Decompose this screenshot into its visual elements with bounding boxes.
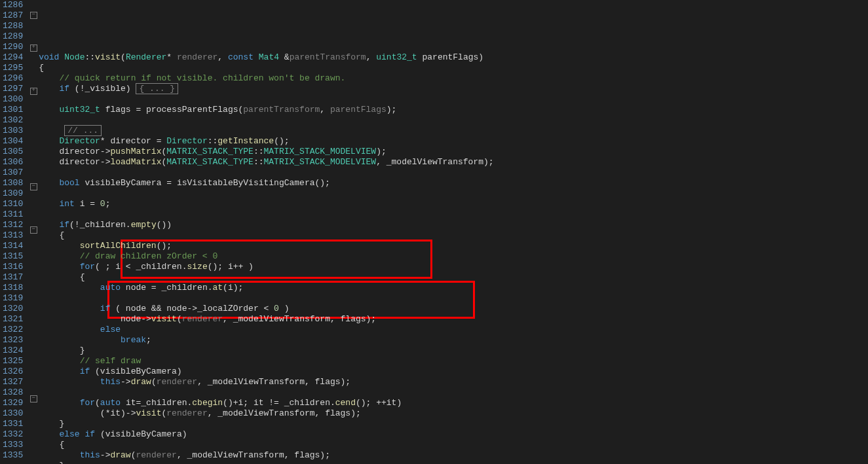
fold-toggle[interactable] (28, 268, 39, 279)
code-line[interactable]: if (visibleByCamera) (39, 366, 868, 377)
fold-toggle[interactable] (28, 98, 39, 109)
fold-toggle[interactable]: + (28, 45, 39, 55)
code-line[interactable]: for( ; i < _children.size(); i++ ) (39, 262, 868, 272)
fold-toggle[interactable]: − (28, 226, 39, 237)
fold-toggle[interactable] (28, 247, 39, 258)
line-number: 1306 (3, 157, 23, 168)
fold-toggle[interactable] (28, 373, 39, 384)
code-line[interactable]: director->loadMatrix(MATRIX_STACK_TYPE::… (39, 157, 868, 168)
code-line[interactable] (39, 293, 868, 304)
code-line[interactable]: int i = 0; (39, 199, 868, 209)
fold-gutter[interactable]: −++−−− (28, 0, 39, 464)
code-line[interactable]: node->visit(renderer, _modelViewTransfor… (39, 314, 868, 325)
code-line[interactable] (39, 42, 868, 52)
fold-toggle[interactable] (28, 55, 39, 65)
code-line[interactable]: // self draw (39, 356, 868, 366)
code-line[interactable] (39, 387, 868, 398)
fold-toggle[interactable]: − (28, 395, 39, 406)
code-line[interactable]: auto node = _children.at(i); (39, 283, 868, 293)
line-number-gutter: 1286128712881289129012941295129612971300… (0, 0, 28, 464)
fold-toggle[interactable] (28, 237, 39, 247)
line-number: 1317 (3, 272, 23, 283)
fold-toggle[interactable] (28, 215, 39, 225)
fold-toggle[interactable] (28, 331, 39, 342)
code-line[interactable]: break; (39, 335, 868, 346)
fold-toggle[interactable] (28, 427, 39, 437)
fold-toggle[interactable] (28, 352, 39, 363)
code-line[interactable] (39, 115, 868, 126)
fold-toggle[interactable] (28, 171, 39, 182)
fold-toggle[interactable]: + (28, 88, 39, 98)
line-number: 1330 (3, 408, 23, 419)
code-line[interactable]: if (!_visible) { ... } (39, 84, 868, 94)
code-line[interactable]: if(!_children.empty()) (39, 220, 868, 230)
line-number: 1303 (3, 126, 23, 136)
fold-toggle[interactable] (28, 140, 39, 151)
line-number: 1294 (3, 52, 23, 63)
fold-toggle[interactable] (28, 161, 39, 171)
fold-toggle[interactable] (28, 310, 39, 321)
code-line[interactable]: else (39, 325, 868, 335)
code-editor[interactable]: 1286128712881289129012941295129612971300… (0, 0, 868, 464)
code-line[interactable]: { (39, 230, 868, 241)
fold-toggle[interactable] (28, 204, 39, 215)
fold-toggle[interactable] (28, 109, 39, 119)
line-number: 1296 (3, 73, 23, 84)
code-line[interactable]: this->draw(renderer, _modelViewTransform… (39, 450, 868, 461)
fold-toggle[interactable] (28, 119, 39, 130)
fold-toggle[interactable] (28, 448, 39, 458)
fold-toggle[interactable] (28, 458, 39, 464)
line-number: 1329 (3, 398, 23, 408)
fold-toggle[interactable] (28, 65, 39, 76)
code-line[interactable]: director->pushMatrix(MATRIX_STACK_TYPE::… (39, 147, 868, 157)
code-line[interactable]: uint32_t flags = processParentFlags(pare… (39, 105, 868, 115)
code-line[interactable]: { (39, 272, 868, 283)
fold-toggle[interactable] (28, 258, 39, 268)
code-line[interactable]: else if (visibleByCamera) (39, 429, 868, 440)
line-number: 1321 (3, 314, 23, 325)
fold-toggle[interactable] (28, 22, 39, 33)
fold-toggle[interactable] (28, 151, 39, 161)
code-line[interactable]: } (39, 461, 868, 464)
code-line[interactable]: (*it)->visit(renderer, _modelViewTransfo… (39, 408, 868, 419)
fold-toggle[interactable] (28, 342, 39, 352)
code-line[interactable] (39, 168, 868, 178)
code-line[interactable] (39, 209, 868, 220)
fold-toggle[interactable] (28, 416, 39, 427)
fold-toggle[interactable] (28, 321, 39, 331)
code-line[interactable] (39, 188, 868, 199)
code-line[interactable]: // ... (39, 126, 868, 136)
code-line[interactable]: // draw children zOrder < 0 (39, 251, 868, 262)
fold-toggle[interactable] (28, 76, 39, 86)
fold-toggle[interactable]: − (28, 183, 39, 194)
code-line[interactable]: for(auto it=_children.cbegin()+i; it != … (39, 398, 868, 408)
fold-toggle[interactable] (28, 406, 39, 416)
code-line[interactable]: if ( node && node->_localZOrder < 0 ) (39, 304, 868, 314)
fold-toggle[interactable] (28, 384, 39, 394)
code-line[interactable] (39, 94, 868, 105)
code-line[interactable]: // quick return if not visible. children… (39, 73, 868, 84)
code-line[interactable]: Director* director = Director::getInstan… (39, 136, 868, 147)
line-number: 1311 (3, 209, 23, 220)
fold-toggle[interactable] (28, 194, 39, 204)
code-line[interactable]: this->draw(renderer, _modelViewTransform… (39, 377, 868, 387)
fold-toggle[interactable] (28, 289, 39, 300)
line-number: 1307 (3, 168, 23, 178)
code-line[interactable]: { (39, 63, 868, 73)
fold-toggle[interactable] (28, 0, 39, 10)
code-line[interactable]: { (39, 440, 868, 450)
fold-toggle[interactable] (28, 130, 39, 140)
code-line[interactable]: void Node::visit(Renderer* renderer, con… (39, 52, 868, 63)
code-line[interactable]: } (39, 419, 868, 429)
fold-toggle[interactable] (28, 437, 39, 448)
code-area[interactable]: void Node::visit(Renderer* renderer, con… (39, 0, 868, 464)
fold-toggle[interactable] (28, 279, 39, 289)
code-line[interactable]: } (39, 346, 868, 356)
line-number: 1295 (3, 63, 23, 73)
fold-toggle[interactable]: − (28, 12, 39, 22)
code-line[interactable]: sortAllChildren(); (39, 241, 868, 251)
fold-toggle[interactable] (28, 33, 39, 43)
fold-toggle[interactable] (28, 363, 39, 373)
fold-toggle[interactable] (28, 300, 39, 310)
code-line[interactable]: bool visibleByCamera = isVisitableByVisi… (39, 178, 868, 188)
